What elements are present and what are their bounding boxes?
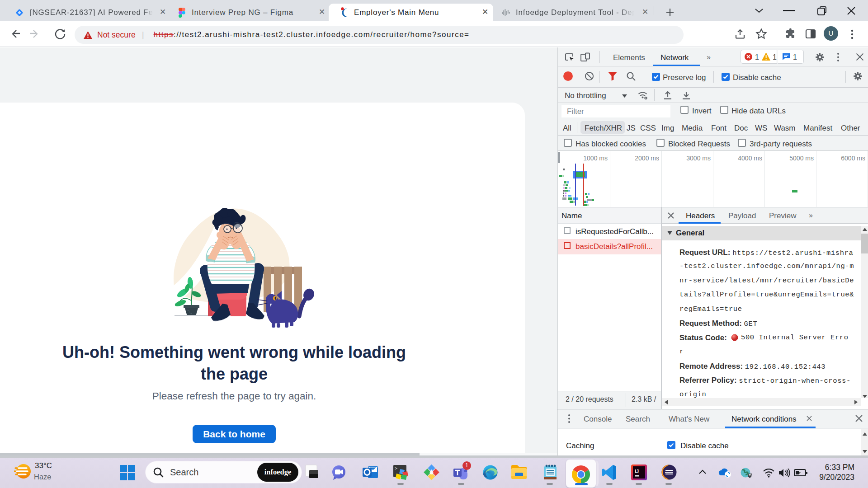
- svg-text:>: >: [395, 466, 397, 471]
- svg-text:IJ: IJ: [635, 469, 639, 474]
